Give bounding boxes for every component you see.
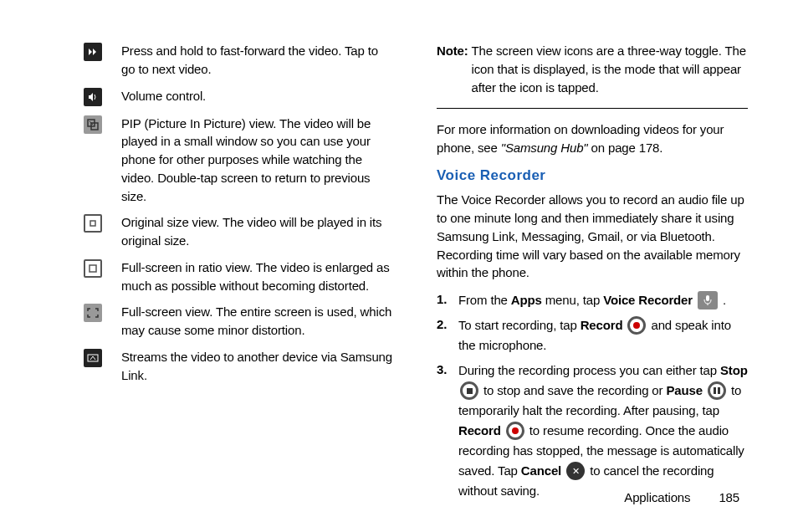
svg-rect-3 (90, 265, 96, 272)
voice-recorder-app-icon (698, 291, 718, 309)
feature-row: Full-screen in ratio view. The video is … (84, 258, 395, 295)
step-item: 1. From the Apps menu, tap Voice Recorde… (437, 290, 748, 310)
step-body: During the recording process you can eit… (458, 361, 748, 501)
cancel-icon: ✕ (566, 462, 585, 480)
footer-page-number: 185 (719, 490, 739, 504)
footer-section: Applications (624, 490, 690, 504)
steps-list: 1. From the Apps menu, tap Voice Recorde… (437, 290, 748, 501)
feature-row: Press and hold to fast-forward the video… (84, 42, 395, 79)
step-number: 3. (437, 361, 458, 501)
svg-rect-5 (706, 295, 709, 301)
record-icon (627, 316, 646, 335)
svg-rect-2 (90, 221, 95, 226)
section-title: Voice Recorder (437, 166, 748, 187)
feature-text: PIP (Picture In Picture) view. The video… (121, 115, 395, 206)
note-block: Note: The screen view icons are a three-… (437, 42, 748, 96)
feature-row: Volume control. (84, 87, 395, 106)
feature-text: Full-screen in ratio view. The video is … (121, 258, 395, 295)
ratio-view-icon (84, 259, 102, 278)
step-item: 3. During the recording process you can … (437, 361, 748, 501)
more-info-text: For more information on downloading vide… (437, 120, 748, 157)
feature-text: Original size view. The video will be pl… (121, 213, 395, 250)
reference-link: "Samsung Hub" (501, 141, 588, 155)
feature-text: Streams the video to another device via … (121, 348, 395, 385)
stream-icon (84, 349, 102, 367)
feature-row: PIP (Picture In Picture) view. The video… (84, 115, 395, 206)
feature-row: Full-screen view. The entire screen is u… (84, 303, 395, 340)
fast-forward-icon (84, 43, 102, 61)
step-number: 1. (437, 290, 458, 310)
step-item: 2. To start recording, tap Record and sp… (437, 315, 748, 356)
pip-icon (84, 115, 102, 134)
feature-text: Volume control. (121, 87, 395, 106)
feature-text: Full-screen view. The entire screen is u… (121, 303, 395, 340)
record-icon (506, 422, 524, 440)
divider (437, 108, 748, 109)
page-footer: Applications 185 (624, 489, 739, 507)
original-size-icon (84, 214, 102, 233)
left-column: Press and hold to fast-forward the video… (84, 42, 416, 515)
right-column: Note: The screen view icons are a three-… (416, 42, 748, 515)
feature-row: Original size view. The video will be pl… (84, 213, 395, 250)
step-body: From the Apps menu, tap Voice Recorder . (458, 290, 748, 310)
fullscreen-icon (84, 304, 102, 322)
text: on page 178. (588, 141, 663, 155)
note-label: Note: (437, 42, 472, 96)
feature-row: Streams the video to another device via … (84, 348, 395, 385)
note-body: The screen view icons are a three-way to… (472, 42, 748, 96)
step-body: To start recording, tap Record and speak… (458, 315, 748, 356)
pause-icon (708, 381, 726, 400)
vr-intro: The Voice Recorder allows you to record … (437, 191, 748, 282)
stop-icon (460, 381, 478, 400)
volume-icon (84, 88, 102, 106)
feature-text: Press and hold to fast-forward the video… (121, 42, 395, 79)
step-number: 2. (437, 315, 458, 356)
